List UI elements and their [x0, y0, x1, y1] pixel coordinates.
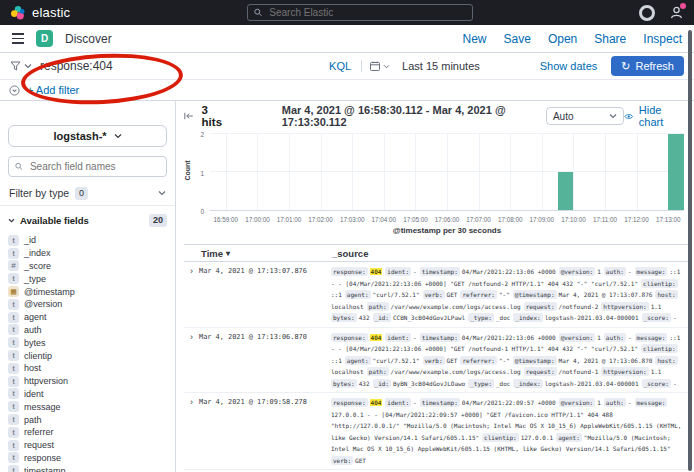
expand-row-button[interactable]: › — [184, 332, 199, 342]
elastic-logo[interactable]: elastic — [10, 5, 70, 21]
filter-by-type[interactable]: Filter by type 0 — [0, 181, 175, 206]
field-item-timestamp[interactable]: ttimestamp — [8, 464, 167, 472]
saved-query-icon[interactable] — [9, 85, 20, 96]
field-value: localhost — [331, 303, 364, 310]
field-chip: ident: — [385, 333, 411, 342]
field-name: _type — [24, 274, 46, 284]
field-chip: @version: — [559, 333, 596, 342]
field-item-auth[interactable]: tauth — [8, 324, 167, 337]
field-item-bytes[interactable]: tbytes — [8, 336, 167, 349]
field-name: _score — [24, 261, 51, 271]
search-icon — [15, 162, 23, 171]
expand-row-button[interactable]: › — [184, 397, 199, 407]
row-source: response:404ident:-timestamp:04/Mar/2021… — [331, 332, 688, 390]
field-chip: _index: — [513, 379, 542, 388]
field-value: - — [413, 399, 417, 406]
chevron-down-icon[interactable] — [24, 63, 32, 69]
user-avatar[interactable] — [669, 5, 684, 20]
nav-action-new[interactable]: New — [463, 32, 487, 46]
elastic-logo-icon — [10, 5, 26, 21]
field-chip: request: — [524, 367, 557, 376]
field-value: "curl/7.52.1" — [373, 357, 420, 364]
refresh-button[interactable]: ↻ Refresh — [611, 56, 684, 76]
field-value: "-" — [499, 357, 510, 364]
time-column-header[interactable]: Time ▾ — [184, 248, 332, 259]
field-item-httpversion[interactable]: thttpversion — [8, 375, 167, 388]
source-column-header: _source — [332, 248, 368, 259]
x-tick-label: 17:08:00 — [498, 216, 523, 223]
field-chip: timestamp: — [420, 333, 460, 342]
filter-icon[interactable] — [10, 61, 21, 71]
field-value: 432 — [359, 314, 370, 321]
hide-chart-button[interactable]: Hide chart — [624, 104, 682, 128]
query-bar: response:404 KQL Last 15 minutes Show da… — [0, 53, 694, 80]
field-name: @timestamp — [24, 287, 75, 297]
field-item-message[interactable]: tmessage — [8, 400, 167, 413]
deployment-icon[interactable] — [639, 5, 655, 21]
field-value: /notfound-1 — [559, 368, 599, 375]
string-field-icon: t — [8, 324, 19, 335]
menu-icon[interactable] — [12, 33, 24, 43]
field-chip: @version: — [559, 398, 596, 407]
string-field-icon: t — [8, 248, 19, 259]
discover-app-icon[interactable]: D — [36, 30, 53, 47]
y-tick-label: 2 — [200, 131, 204, 138]
vertical-scrollbar[interactable] — [688, 30, 692, 471]
collapse-sidebar-icon[interactable] — [184, 111, 194, 121]
field-item-timestamp[interactable]: ▦@timestamp — [8, 285, 167, 298]
field-value: "-" — [499, 291, 510, 298]
nav-action-inspect[interactable]: Inspect — [643, 32, 682, 46]
show-dates-button[interactable]: Show dates — [540, 60, 597, 72]
field-item-type[interactable]: t_type — [8, 272, 167, 285]
field-item-referrer[interactable]: treferrer — [8, 426, 167, 439]
field-name: timestamp — [24, 466, 66, 472]
field-chip: path: — [367, 302, 389, 311]
histogram-chart: Count 012 16:59:0017:00:0017:01:0017:02:… — [184, 131, 688, 235]
field-item-version[interactable]: t@version — [8, 298, 167, 311]
kql-button[interactable]: KQL — [329, 60, 362, 72]
query-input[interactable]: response:404 — [40, 59, 113, 73]
app-nav-bar: D Discover NewSaveOpenShareInspect — [0, 25, 694, 53]
histogram-bar[interactable] — [558, 172, 574, 210]
field-item-index[interactable]: t_index — [8, 247, 167, 260]
field-item-ident[interactable]: tident — [8, 388, 167, 401]
x-tick-label: 17:06:00 — [435, 216, 460, 223]
field-value: 404 — [370, 334, 383, 341]
eye-icon — [624, 112, 633, 121]
field-item-request[interactable]: trequest — [8, 439, 167, 452]
field-value: - — [628, 268, 632, 275]
timepicker-value[interactable]: Last 15 minutes — [402, 60, 480, 72]
field-item-host[interactable]: thost — [8, 362, 167, 375]
field-chip: clientip: — [482, 433, 519, 442]
global-search[interactable] — [247, 4, 473, 21]
nav-actions: NewSaveOpenShareInspect — [463, 32, 682, 46]
refresh-icon: ↻ — [621, 61, 630, 72]
global-search-input[interactable] — [267, 6, 466, 19]
breadcrumb[interactable]: Discover — [65, 32, 112, 46]
expand-row-button[interactable]: › — [184, 266, 199, 276]
add-filter-button[interactable]: + Add filter — [27, 84, 79, 96]
field-item-agent[interactable]: tagent — [8, 311, 167, 324]
nav-action-save[interactable]: Save — [504, 32, 531, 46]
field-chip: clientip: — [641, 279, 678, 288]
x-tick-label: 16:59:00 — [214, 216, 239, 223]
field-item-clientip[interactable]: tclientip — [8, 349, 167, 362]
histogram-bar[interactable] — [668, 134, 684, 210]
field-search-input[interactable] — [28, 160, 160, 173]
field-chip: auth: — [604, 333, 626, 342]
field-search[interactable] — [8, 156, 167, 177]
field-chip: referrer: — [460, 356, 497, 365]
nav-action-open[interactable]: Open — [548, 32, 577, 46]
date-quick-select-button[interactable] — [362, 61, 398, 71]
index-pattern-select[interactable]: logstash-* — [8, 125, 167, 147]
field-item-score[interactable]: #_score — [8, 260, 167, 273]
field-item-response[interactable]: tresponse — [8, 452, 167, 465]
x-tick-label: 17:03:00 — [340, 216, 365, 223]
available-fields-header[interactable]: Available fields 20 — [8, 214, 167, 227]
field-chip: _score: — [642, 379, 671, 388]
field-item-id[interactable]: t_id — [8, 234, 167, 247]
field-item-path[interactable]: tpath — [8, 413, 167, 426]
interval-select[interactable]: Auto — [546, 107, 624, 125]
plot-area[interactable] — [210, 134, 684, 211]
nav-action-share[interactable]: Share — [594, 32, 626, 46]
